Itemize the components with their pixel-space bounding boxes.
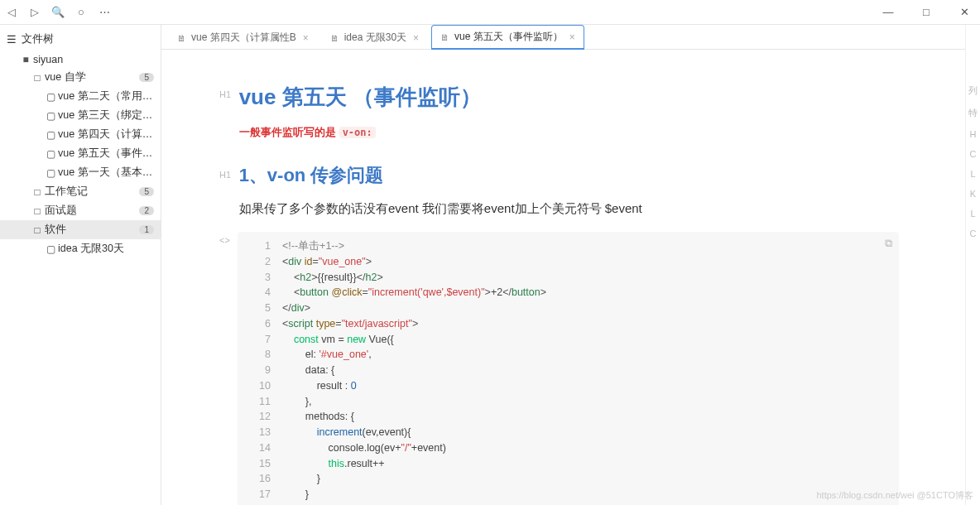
- tree-node-icon: □: [30, 72, 45, 84]
- titlebar-right: — □ ✕: [877, 6, 975, 18]
- node-work[interactable]: □工作笔记5: [0, 182, 161, 201]
- titlebar-left: ◁ ▷ 🔍 ○ ⋯: [5, 6, 111, 19]
- more-icon[interactable]: ⋯: [98, 6, 111, 19]
- tab-vue-d5[interactable]: 🗎vue 第五天（事件监听）×: [431, 25, 584, 50]
- line-number: 6: [247, 316, 271, 332]
- tree-icon: ☰: [7, 33, 17, 46]
- nav-back-icon[interactable]: ◁: [5, 6, 18, 19]
- window-maximize-button[interactable]: □: [915, 6, 937, 18]
- node-idea[interactable]: ▢idea 无限30天: [0, 239, 161, 258]
- line-number: 8: [247, 347, 271, 363]
- line-number: 10: [247, 378, 271, 394]
- tree-node-label: vue 第一天（基本的...: [58, 166, 154, 180]
- tab-label: vue 第四天（计算属性B: [191, 31, 296, 45]
- rail-item[interactable]: 特: [966, 107, 980, 119]
- node-vue-d4[interactable]: ▢vue 第四天（计算属...: [0, 125, 161, 144]
- tree-node-label: vue 第三天（绑定属...: [58, 108, 154, 123]
- sidebar-header: ☰ 文件树: [0, 26, 161, 51]
- code-line: 3 <h2>{{result}}</h2>: [247, 270, 889, 286]
- code-line: 11 },: [247, 394, 889, 410]
- search-icon[interactable]: 🔍: [51, 6, 65, 19]
- code-line: 17 }: [247, 487, 889, 503]
- node-siyuan[interactable]: ■siyuan: [0, 51, 161, 68]
- node-software[interactable]: □软件1: [0, 220, 161, 239]
- record-icon[interactable]: ○: [74, 6, 88, 19]
- code-line: 15 this.result++: [247, 456, 889, 472]
- tab-idea[interactable]: 🗎idea 无限30天×: [321, 26, 428, 49]
- close-icon[interactable]: ×: [569, 31, 575, 43]
- line-number: 11: [247, 394, 271, 410]
- tab-vue-d4[interactable]: 🗎vue 第四天（计算属性B×: [168, 26, 318, 49]
- line-number: 3: [247, 270, 271, 286]
- code-content[interactable]: 1<!--单击+1-->2<div id="vue_one">3 <h2>{{r…: [238, 232, 899, 505]
- tree-node-icon: ▢: [43, 91, 58, 103]
- inline-code: v-on:: [339, 127, 376, 138]
- copy-icon[interactable]: ⧉: [885, 237, 892, 250]
- subtitle-red[interactable]: 一般事件监听写的是 v-on:: [239, 125, 899, 140]
- node-vue-self[interactable]: □vue 自学5: [0, 68, 161, 87]
- file-icon: 🗎: [330, 33, 339, 43]
- code-block: <> ⧉ 1<!--单击+1-->2<div id="vue_one">3 <h…: [219, 232, 899, 505]
- rail-item[interactable]: 列: [966, 84, 980, 97]
- node-vue-d1[interactable]: ▢vue 第一天（基本的...: [0, 163, 161, 182]
- rail-item[interactable]: K: [966, 189, 980, 199]
- code-line: 1<!--单击+1-->: [247, 238, 889, 254]
- tree-node-label: 工作笔记: [45, 185, 136, 199]
- code-line: 9 data: {: [247, 363, 889, 378]
- code-line: 12 methods: {: [247, 409, 889, 425]
- close-icon[interactable]: ×: [303, 32, 309, 44]
- rail-item[interactable]: C: [966, 228, 980, 238]
- node-vue-d5[interactable]: ▢vue 第五天（事件监...: [0, 144, 161, 163]
- line-number: 5: [247, 301, 271, 316]
- code-line: 4 <button @click="increment('qwe',$event…: [247, 285, 889, 301]
- rail-item[interactable]: C: [966, 149, 980, 159]
- tree-node-label: siyuan: [33, 54, 154, 65]
- rail-item[interactable]: H: [966, 129, 980, 139]
- tree-node-icon: ▢: [43, 167, 58, 179]
- right-rail: 列特HCLKLC: [965, 25, 980, 505]
- tree-node-label: vue 自学: [45, 70, 136, 84]
- nav-forward-icon[interactable]: ▷: [28, 6, 41, 19]
- rail-item[interactable]: L: [966, 209, 980, 219]
- tree-node-label: vue 第二天（常用指...: [58, 89, 154, 103]
- code-gutter-icon: <>: [219, 235, 230, 245]
- heading-gutter: H1: [219, 170, 236, 180]
- node-vue-d2[interactable]: ▢vue 第二天（常用指...: [0, 87, 161, 106]
- titlebar: ◁ ▷ 🔍 ○ ⋯ — □ ✕: [0, 0, 980, 25]
- tree-badge: 2: [139, 206, 154, 215]
- document: H1 vue 第五天 （事件监听） 一般事件监听写的是 v-on: H1 1、v…: [161, 50, 965, 505]
- rail-item[interactable]: L: [966, 169, 980, 179]
- line-number: 13: [247, 425, 271, 440]
- line-number: 15: [247, 456, 271, 472]
- code-line: 2<div id="vue_one">: [247, 254, 889, 270]
- line-number: 12: [247, 409, 271, 425]
- tree-node-icon: □: [30, 205, 45, 217]
- sidebar: ☰ 文件树 ■siyuan□vue 自学5▢vue 第二天（常用指...▢vue…: [0, 25, 161, 505]
- tree-node-label: vue 第四天（计算属...: [58, 127, 154, 142]
- tab-label: vue 第五天（事件监听）: [454, 30, 563, 44]
- section-heading[interactable]: 1、v-on 传参问题: [239, 163, 384, 188]
- tree-node-label: 面试题: [45, 204, 136, 218]
- tree-node-label: vue 第五天（事件监...: [58, 147, 154, 161]
- window-minimize-button[interactable]: —: [877, 6, 899, 18]
- code-line: 5</div>: [247, 301, 889, 316]
- code-line: 7 const vm = new Vue({: [247, 332, 889, 348]
- page-title[interactable]: vue 第五天 （事件监听）: [239, 83, 482, 112]
- code-line: 13 increment(ev,event){: [247, 425, 889, 440]
- tab-label: idea 无限30天: [344, 31, 406, 45]
- node-vue-d3[interactable]: ▢vue 第三天（绑定属...: [0, 106, 161, 125]
- close-icon[interactable]: ×: [413, 32, 419, 44]
- node-interview[interactable]: □面试题2: [0, 201, 161, 220]
- file-tree: ■siyuan□vue 自学5▢vue 第二天（常用指...▢vue 第三天（绑…: [0, 51, 161, 258]
- line-number: 7: [247, 332, 271, 348]
- tree-node-icon: ▢: [43, 148, 58, 160]
- code-line: 14 console.log(ev+"/"+event): [247, 440, 889, 456]
- paragraph[interactable]: 如果传了多个参数的话没有event 我们需要将event加上个美元符号 $eve…: [239, 201, 899, 217]
- line-number: 17: [247, 487, 271, 503]
- window-close-button[interactable]: ✕: [954, 6, 975, 18]
- code-line: 8 el: '#vue_one',: [247, 347, 889, 363]
- tree-node-icon: ■: [18, 54, 33, 65]
- watermark: https://blog.csdn.net/wei @51CTO博客: [817, 489, 974, 502]
- code-line: 16 }: [247, 471, 889, 487]
- tree-node-icon: □: [30, 224, 45, 236]
